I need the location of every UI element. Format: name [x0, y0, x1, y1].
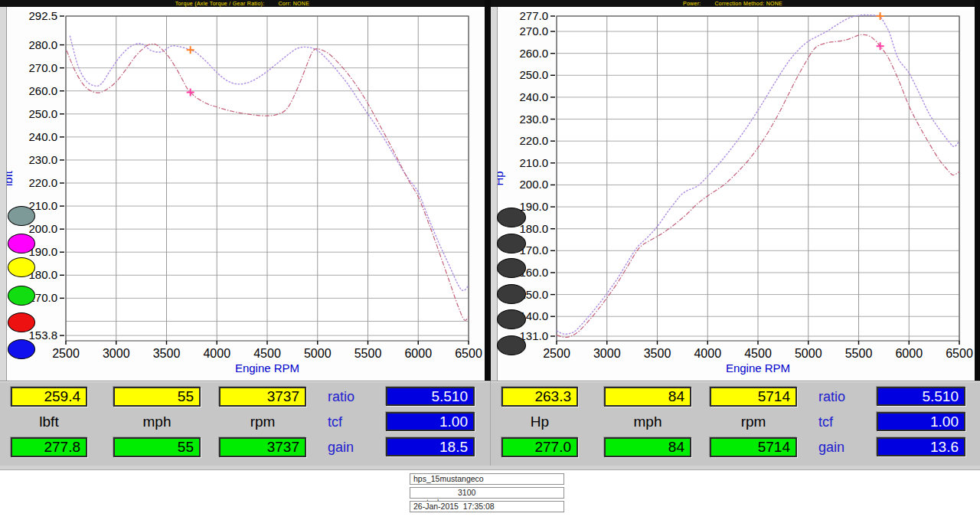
power-run1-value: 263.3 — [501, 387, 578, 407]
torque-run2-rpm: 3737 — [219, 437, 306, 457]
channel-button[interactable] — [497, 309, 526, 329]
power-run1-rpm: 5714 — [710, 387, 797, 407]
power-unit-label: Hp — [494, 414, 586, 430]
svg-text:3500: 3500 — [153, 347, 181, 360]
svg-text:270.0: 270.0 — [519, 25, 548, 38]
svg-text:230.0: 230.0 — [519, 113, 548, 126]
channel-button[interactable] — [8, 286, 35, 306]
svg-text:4000: 4000 — [694, 347, 721, 360]
svg-text:3000: 3000 — [103, 347, 130, 360]
svg-text:4000: 4000 — [203, 347, 230, 360]
svg-text:2500: 2500 — [52, 347, 80, 360]
svg-text:5500: 5500 — [845, 347, 873, 360]
channel-button[interactable] — [8, 234, 35, 253]
gain-value: 13.6 — [877, 437, 965, 456]
panel-divider — [485, 0, 491, 381]
svg-text:6500: 6500 — [455, 347, 482, 360]
rpm-label: rpm — [707, 414, 799, 430]
panel-edge — [0, 7, 7, 381]
power-run2-rpm: 5714 — [710, 437, 797, 457]
torque-run2-mph: 55 — [113, 437, 201, 457]
power-run1-mph: 84 — [604, 387, 691, 407]
channel-button[interactable] — [497, 208, 526, 227]
tcf-value: 1.00 — [877, 412, 965, 431]
power-run2-value: 277.0 — [501, 437, 578, 457]
power-chart[interactable]: 277.0270.0260.0250.0240.0230.0220.0210.0… — [491, 7, 975, 381]
svg-text:280.0: 280.0 — [28, 38, 57, 51]
svg-text:6000: 6000 — [895, 347, 923, 360]
svg-text:5500: 5500 — [354, 347, 382, 360]
svg-text:240.0: 240.0 — [28, 130, 57, 143]
ratio-label: ratio — [818, 389, 845, 405]
torque-run1-value: 259.4 — [11, 387, 87, 407]
svg-text:277.0: 277.0 — [519, 9, 548, 22]
channel-button[interactable] — [8, 206, 35, 226]
svg-text:2500: 2500 — [543, 347, 570, 360]
mph-label: mph — [602, 414, 694, 430]
power-readout: 263.3 84 5714 Hp mph rpm 277.0 84 5714 r… — [490, 381, 980, 466]
svg-text:153.8: 153.8 — [28, 329, 57, 342]
ratio-label: ratio — [328, 389, 354, 405]
splitter-bar[interactable] — [0, 466, 980, 470]
channel-button[interactable] — [497, 234, 526, 253]
svg-text:240.0: 240.0 — [519, 90, 548, 103]
gain-label: gain — [818, 440, 844, 456]
power-panel: Power: Correction Method: NONE 277.0270.… — [491, 0, 975, 381]
svg-text:3000: 3000 — [593, 347, 621, 360]
run-timestamp-field[interactable]: 26-Jan-2015 17:35:08 — [410, 501, 564, 512]
run-info-field[interactable]: stock 3100 — [410, 487, 564, 499]
ratio-value: 5.510 — [386, 387, 475, 406]
gain-value: 18.5 — [386, 437, 475, 456]
svg-text:220.0: 220.0 — [28, 176, 57, 189]
svg-text:200.0: 200.0 — [28, 222, 57, 235]
svg-text:220.0: 220.0 — [519, 134, 548, 147]
ratio-value: 5.510 — [877, 387, 965, 406]
torque-readout: 259.4 55 3737 lbft mph rpm 277.8 55 3737… — [0, 381, 490, 466]
svg-text:Engine RPM: Engine RPM — [726, 361, 790, 374]
svg-text:200.0: 200.0 — [519, 178, 548, 191]
svg-text:292.5: 292.5 — [28, 9, 57, 22]
torque-chart[interactable]: 292.5280.0270.0260.0250.0240.0230.0220.0… — [0, 7, 485, 381]
footer: HPS PERFORMANCE PRODUCTS hps_15mustangec… — [0, 466, 980, 520]
torque-run2-value: 277.8 — [11, 437, 87, 457]
svg-text:260.0: 260.0 — [519, 47, 548, 60]
panel-edge — [491, 7, 498, 381]
tcf-label: tcf — [328, 414, 342, 430]
svg-text:180.0: 180.0 — [519, 222, 548, 235]
torque-header-bar: Torque (Axle Torque / Gear Ratio): Corr:… — [0, 0, 485, 7]
channel-button[interactable] — [8, 339, 35, 359]
torque-unit-label: lbft — [3, 414, 95, 430]
readout-band: 259.4 55 3737 lbft mph rpm 277.8 55 3737… — [0, 381, 980, 466]
tcf-value: 1.00 — [386, 412, 475, 431]
channel-button[interactable] — [8, 257, 35, 277]
torque-run1-rpm: 3737 — [219, 387, 306, 407]
svg-text:260.0: 260.0 — [28, 84, 57, 97]
window-edge — [975, 0, 980, 381]
channel-button[interactable] — [497, 284, 526, 304]
svg-text:5000: 5000 — [304, 347, 332, 360]
channel-button[interactable] — [497, 258, 526, 278]
svg-text:4500: 4500 — [744, 347, 772, 360]
channel-button[interactable] — [8, 312, 35, 332]
power-header-bar: Power: Correction Method: NONE — [491, 0, 975, 7]
run-number: 3100 — [458, 488, 475, 498]
channel-button[interactable] — [497, 335, 526, 355]
gain-label: gain — [328, 440, 354, 456]
rpm-label: rpm — [217, 414, 309, 430]
svg-text:190.0: 190.0 — [519, 200, 548, 213]
svg-text:250.0: 250.0 — [28, 107, 57, 120]
svg-text:3500: 3500 — [644, 347, 671, 360]
svg-text:5000: 5000 — [795, 347, 822, 360]
mph-label: mph — [111, 414, 203, 430]
svg-text:230.0: 230.0 — [28, 153, 57, 166]
svg-text:Engine RPM: Engine RPM — [235, 361, 299, 374]
svg-text:210.0: 210.0 — [519, 156, 548, 169]
power-run2-mph: 84 — [604, 437, 691, 457]
svg-text:250.0: 250.0 — [519, 68, 548, 81]
torque-run1-mph: 55 — [113, 387, 201, 407]
svg-text:4500: 4500 — [253, 347, 281, 360]
torque-panel: Torque (Axle Torque / Gear Ratio): Corr:… — [0, 0, 485, 381]
tcf-label: tcf — [818, 414, 833, 430]
svg-text:6500: 6500 — [946, 347, 973, 360]
run-name-field[interactable]: hps_15mustangeco — [410, 473, 564, 485]
